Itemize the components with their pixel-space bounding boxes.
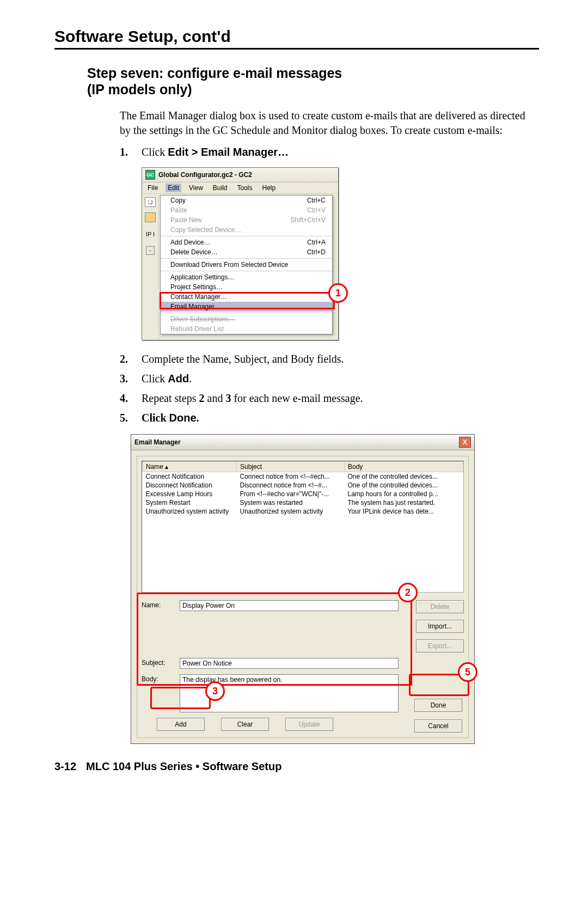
callout-1: 1	[328, 283, 348, 303]
menu-email-manager[interactable]: Email Manager…	[161, 302, 332, 312]
clear-button[interactable]: Clear	[221, 718, 269, 731]
menu-project-settings[interactable]: Project Settings…	[161, 282, 332, 292]
menu-paste: PasteCtrl+V	[161, 205, 332, 215]
device-icon[interactable]	[145, 212, 156, 222]
step-header-line1: Step seven: configure e-mail messages	[87, 65, 342, 81]
name-label: Name:	[142, 600, 174, 609]
col-name[interactable]: Name ▴	[143, 462, 237, 472]
body-label: Body:	[142, 674, 174, 683]
table-row[interactable]: Disconnect NotificationDisconnect notice…	[143, 481, 463, 490]
subject-label: Subject:	[142, 658, 174, 667]
left-label: IP I	[146, 231, 155, 237]
menu-app-settings[interactable]: Application Settings…	[161, 272, 332, 282]
step-5: Click Done.	[120, 409, 539, 426]
table-row[interactable]: Connect NotificationConnect notice from …	[143, 472, 463, 481]
menu-file[interactable]: File	[145, 184, 160, 192]
menu-download-drivers[interactable]: Download Drivers From Selected Device	[161, 260, 332, 270]
delete-button: Delete	[416, 600, 464, 613]
menu-edit[interactable]: Edit	[166, 184, 181, 192]
em-titlebar: Email Manager X	[131, 435, 474, 450]
gc-toolbar: ❏ IP I -	[142, 194, 159, 340]
gc-titlebar: GC Global Configurator.gc2 - GC2	[142, 168, 338, 182]
callout-3: 3	[205, 681, 225, 701]
footer-text: MLC 104 Plus Series • Software Setup	[86, 760, 281, 773]
gc-app-icon: GC	[145, 170, 155, 180]
menu-view[interactable]: View	[187, 184, 205, 192]
page-number: 3-12	[54, 760, 76, 773]
menu-copy[interactable]: CopyCtrl+C	[161, 196, 332, 205]
menu-tools[interactable]: Tools	[235, 184, 255, 192]
step-3: Click Add.	[120, 370, 539, 387]
page-footer: 3-12 MLC 104 Plus Series • Software Setu…	[54, 760, 539, 773]
edit-dropdown: CopyCtrl+C PasteCtrl+V Paste NewShift+Ct…	[160, 195, 333, 334]
menu-rebuild-driver: Rebuild Driver List	[161, 324, 332, 334]
intro-text: The Email Manager dialog box is used to …	[120, 108, 528, 138]
menu-help[interactable]: Help	[260, 184, 278, 192]
step-4: Repeat steps 2 and 3 for each new e-mail…	[120, 389, 539, 407]
export-button: Export...	[416, 639, 464, 652]
step-header-line2: (IP models only)	[87, 82, 192, 97]
subject-field[interactable]	[180, 658, 399, 669]
table-row[interactable]: Excessive Lamp HoursFrom <!--#echo var="…	[143, 490, 463, 498]
menu-driver-subscriptions: Driver Subscriptions…	[161, 314, 332, 324]
screenshot-gc-menu: GC Global Configurator.gc2 - GC2 File Ed…	[142, 167, 539, 340]
tree-collapse-icon[interactable]: -	[146, 246, 155, 255]
close-icon[interactable]: X	[459, 437, 471, 448]
menu-contact-manager[interactable]: Contact Manager…	[161, 292, 332, 302]
screenshot-email-manager: Email Manager X Name ▴ Subject Body Conn…	[131, 434, 539, 744]
table-row[interactable]: System RestartSystem was restartedThe sy…	[143, 498, 463, 507]
import-button[interactable]: Import...	[416, 620, 464, 633]
em-title-text: Email Manager	[134, 438, 181, 446]
col-subject[interactable]: Subject	[237, 462, 345, 472]
menu-build[interactable]: Build	[211, 184, 230, 192]
menu-add-device[interactable]: Add Device…Ctrl+A	[161, 237, 332, 247]
done-button[interactable]: Done	[414, 699, 462, 712]
update-button: Update	[285, 718, 333, 731]
menu-delete-device[interactable]: Delete Device…Ctrl+D	[161, 247, 332, 257]
email-list-table[interactable]: Name ▴ Subject Body Connect Notification…	[142, 461, 464, 593]
gc-title-text: Global Configurator.gc2 - GC2	[158, 171, 252, 179]
callout-5: 5	[458, 662, 477, 682]
new-doc-icon[interactable]: ❏	[145, 197, 156, 207]
add-button[interactable]: Add	[157, 718, 205, 731]
step-1: Click Edit > Email Manager…	[120, 143, 539, 161]
col-body[interactable]: Body	[345, 462, 463, 472]
section-title: Software Setup, cont'd	[54, 27, 539, 50]
name-field[interactable]	[180, 600, 399, 611]
menu-copy-selected: Copy Selected Device…	[161, 225, 332, 235]
gc-menubar: File Edit View Build Tools Help	[142, 182, 338, 194]
table-row[interactable]: Unauthorized system activityUnauthorized…	[143, 507, 463, 516]
form-buttons: Add Clear Update	[142, 718, 348, 731]
step-header: Step seven: configure e-mail messages (I…	[87, 65, 539, 97]
step-2: Complete the Name, Subject, and Body fie…	[120, 350, 539, 368]
cancel-button[interactable]: Cancel	[414, 719, 462, 733]
step-1-bold: Edit > Email Manager…	[168, 146, 289, 158]
callout-2: 2	[398, 583, 418, 602]
menu-paste-new: Paste NewShift+Ctrl+V	[161, 215, 332, 225]
